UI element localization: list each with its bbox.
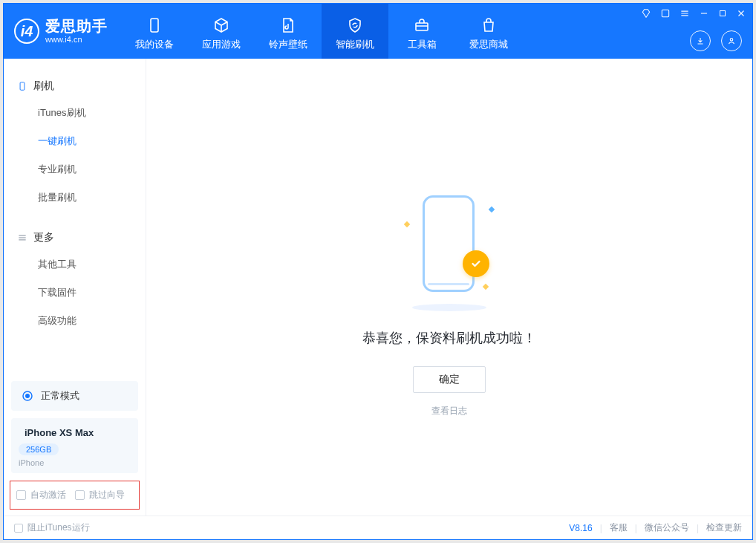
app-subtitle: www.i4.cn (45, 35, 108, 45)
sidebar-head-more: 更多 (4, 224, 146, 250)
tab-smart-flash[interactable]: 智能刷机 (322, 4, 388, 59)
device-sub: iPhone (19, 458, 131, 467)
svg-rect-5 (20, 82, 25, 91)
logo-text: 爱思助手 www.i4.cn (45, 18, 108, 45)
svg-point-7 (26, 394, 30, 398)
footer-link-support[interactable]: 客服 (610, 521, 628, 534)
tab-toolbox[interactable]: 工具箱 (388, 4, 455, 59)
view-log-link[interactable]: 查看日志 (431, 405, 467, 417)
sidebar-section-more: 更多 其他工具 下载固件 高级功能 (4, 218, 146, 341)
sidebar-head-label: 更多 (33, 231, 54, 244)
separator: | (697, 523, 699, 533)
list-icon (17, 233, 27, 243)
svg-rect-3 (720, 11, 726, 16)
shadow (412, 304, 486, 311)
main-content: 恭喜您，保资料刷机成功啦！ 确定 查看日志 (146, 59, 752, 516)
separator: | (600, 523, 602, 533)
tab-label: 智能刷机 (336, 38, 374, 51)
success-message: 恭喜您，保资料刷机成功啦！ (362, 329, 536, 347)
sidebar-item-batch-flash[interactable]: 批量刷机 (4, 183, 146, 212)
sidebar-item-onekey-flash[interactable]: 一键刷机 (4, 127, 146, 155)
checkbox-icon (14, 524, 23, 533)
tab-label: 应用游戏 (202, 38, 241, 51)
maximize-button[interactable] (718, 9, 727, 20)
toolbox-icon (412, 16, 431, 35)
ok-button[interactable]: 确定 (413, 366, 486, 393)
device-capacity: 256GB (19, 443, 59, 455)
sparkle-icon (489, 207, 495, 212)
sidebar-item-other-tools[interactable]: 其他工具 (4, 250, 146, 279)
close-button[interactable] (736, 8, 746, 21)
mode-icon (20, 388, 35, 403)
mode-card[interactable]: 正常模式 (11, 381, 138, 411)
sidebar-item-download-firmware[interactable]: 下载固件 (4, 279, 146, 307)
minimize-button[interactable] (699, 8, 709, 21)
window-controls (641, 8, 746, 21)
footer-link-wechat[interactable]: 微信公众号 (645, 521, 689, 534)
tab-label: 工具箱 (408, 38, 437, 51)
refresh-shield-icon (345, 16, 365, 35)
checkbox-auto-activate[interactable]: 自动激活 (16, 489, 66, 501)
checkbox-icon (75, 490, 85, 500)
sidebar-head-flash: 刷机 (4, 72, 146, 99)
footer-link-update[interactable]: 检查更新 (706, 521, 742, 534)
music-file-icon (278, 16, 298, 35)
check-badge-icon (463, 250, 489, 277)
highlight-options: 自动激活 跳过向导 (10, 481, 140, 510)
tab-label: 爱思商城 (469, 38, 508, 51)
user-icon[interactable] (721, 30, 742, 51)
tab-label: 铃声壁纸 (269, 38, 307, 51)
separator: | (635, 523, 637, 533)
version-label: V8.16 (569, 523, 592, 533)
menu-icon[interactable] (680, 8, 690, 21)
logo-icon: i4 (14, 19, 39, 44)
download-icon[interactable] (690, 30, 711, 51)
cube-icon (212, 16, 231, 35)
checkbox-icon (16, 490, 26, 500)
feedback-icon[interactable] (641, 8, 651, 21)
tab-store[interactable]: 爱思商城 (455, 4, 522, 59)
shopping-bag-icon (479, 16, 498, 35)
sidebar-head-label: 刷机 (33, 79, 54, 93)
titlebar: i4 爱思助手 www.i4.cn 我的设备 应用游戏 铃声壁纸 智能刷机 (4, 4, 752, 59)
svg-rect-2 (662, 10, 668, 16)
sidebar-item-advanced[interactable]: 高级功能 (4, 307, 146, 335)
app-window: i4 爱思助手 www.i4.cn 我的设备 应用游戏 铃声壁纸 智能刷机 (3, 3, 753, 540)
sparkle-icon (483, 284, 489, 290)
checkbox-label: 自动激活 (30, 489, 66, 501)
sidebar-item-pro-flash[interactable]: 专业刷机 (4, 155, 146, 183)
sidebar: 刷机 iTunes刷机 一键刷机 专业刷机 批量刷机 更多 其他工具 下载固件 … (4, 59, 146, 516)
success-illustration (405, 192, 494, 311)
phone-icon (17, 81, 27, 91)
body: 刷机 iTunes刷机 一键刷机 专业刷机 批量刷机 更多 其他工具 下载固件 … (4, 59, 752, 516)
device-name: iPhone XS Max (25, 427, 94, 438)
svg-rect-0 (151, 19, 158, 32)
checkbox-label: 阻止iTunes运行 (27, 521, 90, 534)
tab-my-device[interactable]: 我的设备 (121, 4, 188, 59)
sidebar-item-itunes-flash[interactable]: iTunes刷机 (4, 99, 146, 127)
checkbox-label: 跳过向导 (89, 489, 125, 501)
logo-area: i4 爱思助手 www.i4.cn (4, 4, 121, 59)
top-tabs: 我的设备 应用游戏 铃声壁纸 智能刷机 工具箱 爱思商城 (121, 4, 522, 59)
device-card[interactable]: iPhone XS Max 256GB iPhone (11, 418, 138, 473)
svg-rect-1 (416, 23, 428, 30)
checkbox-block-itunes[interactable]: 阻止iTunes运行 (14, 521, 90, 534)
tab-label: 我的设备 (135, 38, 174, 51)
app-title: 爱思助手 (45, 18, 108, 35)
device-icon (145, 16, 164, 35)
titlebar-right-icons (690, 30, 742, 51)
footer: 阻止iTunes运行 V8.16 | 客服 | 微信公众号 | 检查更新 (4, 516, 752, 539)
sidebar-section-flash: 刷机 iTunes刷机 一键刷机 专业刷机 批量刷机 (4, 66, 146, 218)
svg-point-4 (730, 39, 733, 42)
skin-icon[interactable] (660, 8, 671, 21)
mode-label: 正常模式 (41, 389, 79, 403)
sparkle-icon (404, 221, 410, 227)
phone-outline-icon (423, 195, 475, 292)
checkbox-skip-guide[interactable]: 跳过向导 (75, 489, 125, 501)
tab-ringtone-wallpaper[interactable]: 铃声壁纸 (255, 4, 322, 59)
tab-apps-games[interactable]: 应用游戏 (188, 4, 255, 59)
